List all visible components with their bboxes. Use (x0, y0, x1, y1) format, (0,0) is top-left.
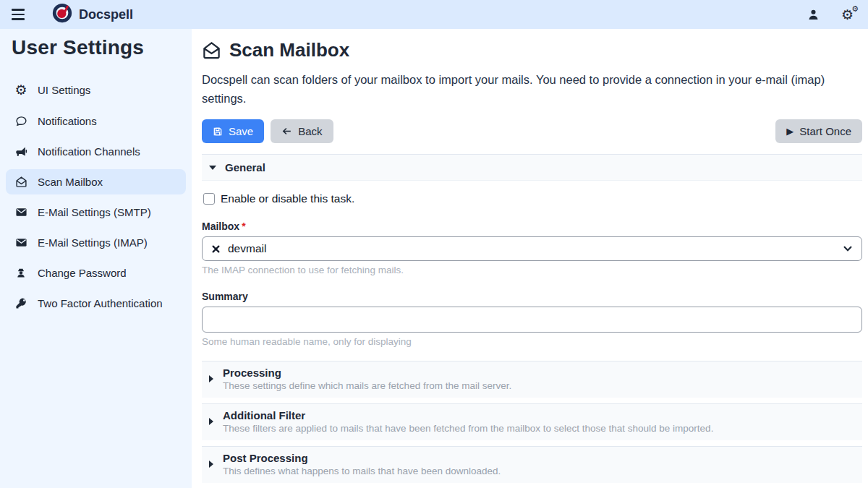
user-icon[interactable] (807, 9, 820, 21)
page-title: Scan Mailbox (229, 39, 349, 61)
envelope-open-icon (202, 40, 221, 60)
envelope-icon (13, 206, 29, 218)
required-asterisk: * (242, 221, 245, 232)
mailbox-helper-text: The IMAP connection to use for fetching … (202, 265, 862, 275)
sidebar-nav: ⚙ UI Settings Notifications Notification… (0, 77, 192, 316)
section-description: This defines what happens to mails that … (223, 466, 501, 476)
docspell-logo-icon (52, 3, 72, 26)
sidebar-item-notification-channels[interactable]: Notification Channels (6, 139, 186, 164)
chevron-down-icon (209, 166, 216, 170)
clear-selection-icon[interactable] (211, 244, 221, 254)
topbar: Docspell ⚙⚙ (0, 0, 868, 29)
envelope-icon (13, 236, 29, 249)
section-header-post-processing[interactable]: Post Processing This defines what happen… (202, 446, 862, 483)
section-header-processing[interactable]: Processing These settings define which m… (202, 361, 862, 398)
sidebar-item-email-settings-smtp[interactable]: E-Mail Settings (SMTP) (6, 200, 186, 225)
enable-task-label: Enable or disable this task. (221, 192, 354, 205)
processing-cogs-icon[interactable]: ⚙⚙ (841, 8, 854, 22)
section-description: These filters are applied to mails that … (223, 423, 713, 434)
sidebar-item-label: Change Password (38, 267, 127, 279)
sidebar-title: User Settings (0, 35, 192, 67)
arrow-left-icon (281, 126, 292, 137)
comment-icon (13, 115, 29, 127)
main-content: Scan Mailbox Docspell can scan folders o… (192, 29, 868, 488)
start-once-button-label: Start Once (799, 125, 851, 137)
sidebar-item-label: E-Mail Settings (IMAP) (38, 236, 148, 249)
enable-task-checkbox[interactable] (203, 193, 215, 205)
app-title: Docspell (79, 7, 133, 22)
page-description: Docspell can scan folders of your mailbo… (202, 71, 862, 108)
section-title: Additional Filter (223, 409, 713, 421)
mailbox-select[interactable]: devmail (202, 236, 862, 261)
user-secret-icon (13, 267, 29, 279)
summary-helper-text: Some human readable name, only for displ… (202, 336, 862, 347)
gear-icon: ⚙ (13, 83, 29, 97)
chevron-down-icon (843, 244, 853, 254)
section-title: Processing (223, 367, 511, 379)
section-title: Post Processing (223, 452, 501, 464)
summary-label: Summary (202, 291, 862, 302)
chevron-right-icon (209, 375, 213, 382)
sidebar: User Settings ⚙ UI Settings Notification… (0, 29, 192, 488)
sidebar-item-notifications[interactable]: Notifications (6, 108, 186, 134)
menu-icon[interactable] (10, 7, 26, 22)
section-description: These settings define which mails are fe… (223, 380, 511, 391)
summary-input[interactable] (202, 307, 862, 333)
mailbox-label: Mailbox* (202, 221, 862, 232)
section-title: General (225, 161, 265, 174)
chevron-right-icon (209, 418, 213, 425)
sidebar-item-two-factor[interactable]: Two Factor Authentication (6, 291, 186, 316)
sidebar-item-label: E-Mail Settings (SMTP) (38, 206, 151, 218)
start-once-button[interactable]: ▶ Start Once (775, 119, 862, 143)
section-header-general[interactable]: General (202, 154, 862, 181)
save-button[interactable]: Save (202, 119, 264, 143)
sidebar-item-label: Notifications (38, 115, 97, 127)
envelope-open-icon (13, 176, 29, 188)
save-icon (213, 127, 223, 137)
section-header-additional-filter[interactable]: Additional Filter These filters are appl… (202, 403, 862, 440)
brand[interactable]: Docspell (52, 3, 133, 26)
sidebar-item-label: Scan Mailbox (38, 176, 103, 188)
back-button-label: Back (298, 125, 322, 137)
save-button-label: Save (229, 125, 253, 137)
sidebar-item-email-settings-imap[interactable]: E-Mail Settings (IMAP) (6, 230, 186, 255)
sidebar-item-change-password[interactable]: Change Password (6, 260, 186, 286)
chevron-right-icon (209, 461, 213, 468)
sidebar-item-label: Two Factor Authentication (38, 297, 163, 309)
bullhorn-icon (13, 145, 29, 158)
sidebar-item-label: UI Settings (38, 84, 90, 96)
back-button[interactable]: Back (271, 119, 333, 143)
sidebar-item-ui-settings[interactable]: ⚙ UI Settings (6, 77, 186, 103)
sidebar-item-label: Notification Channels (38, 145, 140, 158)
sidebar-item-scan-mailbox[interactable]: Scan Mailbox (6, 169, 186, 194)
mailbox-selected-value: devmail (228, 242, 266, 255)
play-icon: ▶ (786, 127, 793, 136)
key-icon (13, 297, 29, 309)
